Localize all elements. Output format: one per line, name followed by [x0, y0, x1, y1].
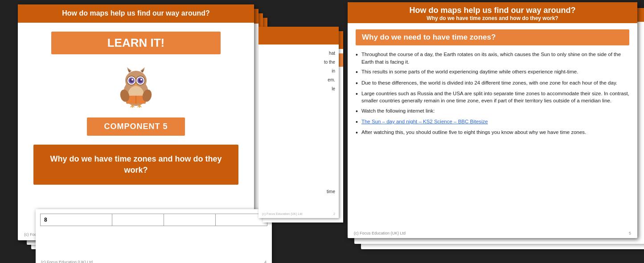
- learn-it-banner: LEARN IT!: [51, 32, 221, 54]
- bullet-list: Throughout the course of a day, the Eart…: [356, 51, 629, 137]
- bullet-link[interactable]: The Sun – day and night – KS2 Science – …: [356, 118, 629, 126]
- right-page-content: Why do we need to have time zones? Throu…: [348, 23, 637, 146]
- page-main-right: How do maps help us find our way around?…: [348, 2, 637, 238]
- stub-footer: (c) Focus Education (UK) Ltd 4: [36, 260, 272, 263]
- left-page-header: How do maps help us find our way around?: [18, 4, 254, 23]
- mid-text-5: le: [262, 85, 335, 93]
- mid-footer-page: 2: [333, 212, 335, 215]
- mid-text-4: em.: [262, 76, 335, 85]
- bullet-1: Throughout the course of a day, the Eart…: [356, 51, 629, 65]
- component-badge: COMPONENT 5: [87, 117, 185, 136]
- mid-text-1: hat: [262, 49, 335, 58]
- right-header-sub: Why do we have time zones and how do the…: [355, 15, 630, 21]
- stub-cell-8: 8: [41, 214, 112, 226]
- left-page-content: LEARN IT!: [18, 23, 254, 194]
- right-section-title: Why do we need to have time zones?: [356, 29, 629, 45]
- mid-page-front: hat to the in em. le time (c) Focus Educ…: [258, 27, 339, 218]
- mid-footer-copyright: (c) Focus Education (UK) Ltd: [262, 212, 302, 215]
- stub-footer-page: 4: [264, 260, 267, 263]
- bullet-3: Due to these differences, the world is d…: [356, 79, 629, 87]
- right-page-header: How do maps help us find our way around?…: [348, 2, 637, 23]
- bullet-2: This results in some parts of the world …: [356, 68, 629, 76]
- svg-point-14: [140, 79, 142, 81]
- svg-point-13: [131, 79, 133, 81]
- mid-text-6: time: [258, 187, 339, 196]
- bullet-6: After watching this, you should outline …: [356, 129, 629, 137]
- mid-footer: (c) Focus Education (UK) Ltd 2: [258, 212, 339, 215]
- stub-footer-copyright: (c) Focus Education (UK) Ltd: [41, 260, 93, 263]
- left-page-title: Why do we have time zones and how do the…: [33, 145, 238, 185]
- bullet-4: Large countries such as Russia and the U…: [356, 90, 629, 105]
- right-footer-copyright: (c) Focus Education (UK) Ltd: [354, 231, 406, 235]
- bbc-bitesize-link[interactable]: The Sun – day and night – KS2 Science – …: [361, 118, 488, 125]
- owl-illustration: [111, 61, 160, 110]
- right-page-footer: (c) Focus Education (UK) Ltd 5: [348, 231, 637, 235]
- stub-table: 8: [40, 214, 267, 226]
- mid-text-3: in: [262, 67, 335, 76]
- page-stub-bottom: 8 (c) Focus Education (UK) Ltd 4: [36, 209, 272, 263]
- scene: How do maps help us find our way around?…: [0, 0, 644, 263]
- mid-text-2: to the: [262, 58, 335, 67]
- right-footer-page: 5: [629, 231, 631, 235]
- right-header-title: How do maps help us find our way around?: [355, 6, 630, 15]
- bullet-5: Watch the following internet link:: [356, 107, 629, 115]
- page-main-left: How do maps help us find our way around?…: [18, 4, 254, 240]
